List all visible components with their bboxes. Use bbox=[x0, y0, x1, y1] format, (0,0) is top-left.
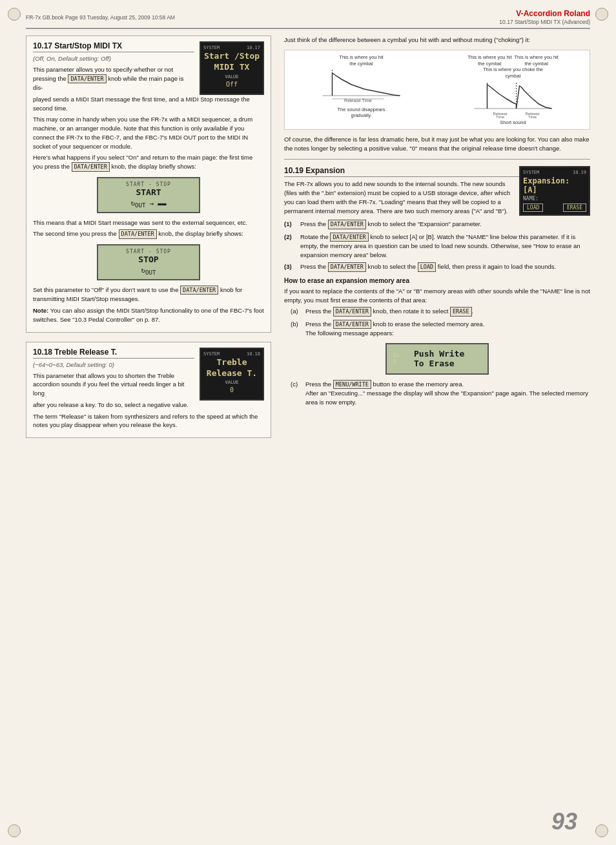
section-1017-text: 10.17 Start/Stop MIDI TX (Off, On, Defau… bbox=[33, 41, 194, 95]
waveform-right-top-right: This is where you hitthe cymbal bbox=[515, 54, 559, 67]
display-1018-line1: Treble bbox=[203, 358, 260, 367]
step-3-text: Press the DATA/ENTER knob to select the … bbox=[300, 262, 556, 271]
expansion-name-row: NAME: bbox=[523, 196, 586, 202]
waveform-left: This is where you hitthe cymbal Release … bbox=[289, 54, 434, 125]
display-1017-line1: Start /Stop bbox=[203, 52, 260, 61]
waveform-left-svg: Release Time bbox=[289, 67, 434, 105]
waveform-right-choke: This is where you choke thecymbal bbox=[440, 67, 586, 79]
erase-step-b-text: Press the DATA/ENTER knob to erase the s… bbox=[305, 320, 484, 338]
display-1017-value: Off bbox=[203, 81, 260, 88]
ss-stop-icon: ↻OUT bbox=[141, 266, 156, 276]
sys-num-1017: 10.17 bbox=[247, 45, 260, 50]
erase-steps-list-2: (c) Press the MENU/WRITE button to erase… bbox=[284, 380, 590, 407]
ss-start-icon: ↻OUT bbox=[130, 199, 145, 209]
sys-label-1017: SYSTEM bbox=[203, 45, 220, 50]
display-1018-line2: Release T. bbox=[203, 369, 260, 378]
right-intro: Just think of the difference between a c… bbox=[284, 36, 590, 45]
waveform-diagram: This is where you hitthe cymbal Release … bbox=[284, 50, 590, 130]
corner-mark-tr bbox=[595, 8, 608, 21]
waveform-left-top-annotation: This is where you hitthe cymbal bbox=[289, 54, 434, 67]
page-footer: 93 bbox=[551, 808, 577, 835]
section-1017-body6: Set this parameter to "Off" if you don't… bbox=[33, 286, 264, 304]
erase-intro: If you want to replace the contents of t… bbox=[284, 287, 590, 305]
svg-text:p: p bbox=[393, 358, 396, 364]
header-brand: V-Accordion Roland 10.17 Start/Stop MIDI… bbox=[499, 9, 590, 25]
section-1017-body5: The second time you press the DATA/ENTER… bbox=[33, 229, 264, 238]
display-1018-value-label: VALUE bbox=[203, 380, 260, 385]
push-write-line2: To Erase bbox=[414, 359, 455, 368]
section-1017-note: Note: You can also assign the MIDI Start… bbox=[33, 306, 264, 324]
corner-mark-tl bbox=[8, 8, 21, 21]
right-after-waveform: Of course, the difference is far less dr… bbox=[284, 135, 590, 153]
ss-start-title: START - STOP bbox=[103, 182, 194, 187]
step-2-num: (2) bbox=[284, 233, 297, 260]
ss-start-bar: ▬▬ bbox=[158, 200, 166, 208]
erase-step-c-text: Press the MENU/WRITE button to erase the… bbox=[305, 380, 590, 407]
section-1018-layout: 10.18 Treble Release T. (−64~0~63, Defau… bbox=[33, 348, 264, 401]
push-write-text: Push Write To Erase bbox=[414, 349, 464, 369]
section-1018-body2: after you release a key. To do so, selec… bbox=[33, 401, 264, 410]
display-start: START - STOP START ↻OUT → ▬▬ bbox=[97, 177, 200, 213]
brand-name: V-Accordion Roland bbox=[516, 9, 590, 18]
section-1018-body3: The term "Release" is taken from synthes… bbox=[33, 412, 264, 430]
step-2-text: Rotate the DATA/ENTER knob to select [A]… bbox=[300, 233, 590, 260]
erase-step-b: (b) Press the DATA/ENTER knob to erase t… bbox=[291, 320, 590, 338]
left-column: 10.17 Start/Stop MIDI TX (Off, On, Defau… bbox=[26, 36, 271, 806]
section-1019-header: SYSTEM 10.19 Expansion: [A] NAME: LOAD E… bbox=[284, 166, 590, 220]
section-1017-body4: This means that a MIDI Start message was… bbox=[33, 218, 264, 227]
section-1017-layout: 10.17 Start/Stop MIDI TX (Off, On, Defau… bbox=[33, 41, 264, 95]
expansion-sys-row: SYSTEM 10.19 bbox=[523, 170, 586, 175]
section-title-header: 10.17 Start/Stop MIDI TX (Advanced) bbox=[499, 19, 590, 25]
expansion-sys-num: 10.19 bbox=[573, 170, 586, 175]
waveform-right-top-left: This is where you hitthe cymbal bbox=[467, 54, 511, 67]
svg-text:Time: Time bbox=[496, 115, 505, 118]
sys-num-1018: 10.18 bbox=[247, 351, 260, 357]
expansion-erase-btn[interactable]: ERASE bbox=[563, 203, 586, 212]
expansion-sys-label: SYSTEM bbox=[523, 170, 539, 175]
section-1017-body3: Here's what happens if you select "On" a… bbox=[33, 153, 264, 171]
section-1017-title: 10.17 Start/Stop MIDI TX bbox=[33, 41, 194, 52]
expansion-load-btn[interactable]: LOAD bbox=[523, 203, 543, 212]
section-1018-title: 10.18 Treble Release T. bbox=[33, 348, 194, 359]
section-1018-subtitle: (−64~0~63, Default setting: 0) bbox=[33, 361, 194, 368]
push-write-line1: Push Write bbox=[414, 349, 464, 359]
expansion-title: Expansion: [A] bbox=[523, 176, 586, 194]
display-1017-line2: MIDI TX bbox=[203, 63, 260, 72]
display-1017: SYSTEM 10.17 Start /Stop MIDI TX VALUE O… bbox=[200, 41, 264, 95]
content-area: 10.17 Start/Stop MIDI TX (Off, On, Defau… bbox=[26, 36, 590, 806]
step-3-num: (3) bbox=[284, 262, 297, 271]
expansion-display: SYSTEM 10.19 Expansion: [A] NAME: LOAD E… bbox=[519, 166, 590, 216]
page-number: 93 bbox=[551, 808, 577, 835]
section-1017-subtitle: (Off, On, Default setting: Off) bbox=[33, 55, 194, 62]
section-1017: 10.17 Start/Stop MIDI TX (Off, On, Defau… bbox=[26, 36, 271, 333]
ss-stop-main: STOP bbox=[103, 255, 194, 264]
section-1017-body2: This may come in handy when you use the … bbox=[33, 115, 264, 151]
waveform-left-label: The sound disappearsgradually. bbox=[289, 107, 434, 118]
display-1017-value-label: VALUE bbox=[203, 74, 260, 79]
ss-start-main: START bbox=[103, 187, 194, 197]
section-1017-body-full1: played sends a MIDI Start message the fi… bbox=[33, 95, 264, 113]
push-write-icon: Ex p bbox=[392, 348, 410, 370]
erase-step-c-num: (c) bbox=[291, 380, 302, 407]
display-1018-value: 0 bbox=[203, 386, 260, 393]
ss-start-arrow: → bbox=[150, 200, 154, 208]
section-1018: 10.18 Treble Release T. (−64~0~63, Defau… bbox=[26, 342, 271, 439]
step-1-num: (1) bbox=[284, 220, 297, 229]
steps-list: (1) Press the DATA/ENTER knob to select … bbox=[284, 220, 590, 271]
waveform-right: This is where you hitthe cymbal This is … bbox=[440, 54, 586, 125]
section-1018-text: 10.18 Treble Release T. (−64~0~63, Defau… bbox=[33, 348, 194, 401]
expansion-buttons: LOAD ERASE bbox=[523, 203, 586, 212]
ss-stop-icons: ↻OUT bbox=[103, 266, 194, 276]
file-info: FR-7x GB.book Page 93 Tuesday, August 25… bbox=[26, 14, 499, 21]
erase-step-a-num: (a) bbox=[291, 307, 302, 316]
display-1018: SYSTEM 10.18 Treble Release T. VALUE 0 bbox=[200, 348, 264, 401]
waveform-right-svg: Release Time Release Time bbox=[440, 79, 586, 118]
divider-1019 bbox=[284, 159, 590, 160]
section-1019: SYSTEM 10.19 Expansion: [A] NAME: LOAD E… bbox=[284, 166, 590, 406]
display-stop: START - STOP STOP ↻OUT bbox=[97, 244, 200, 280]
waveform-row: This is where you hitthe cymbal Release … bbox=[289, 54, 586, 125]
corner-mark-bl bbox=[8, 824, 21, 837]
corner-mark-br bbox=[595, 824, 608, 837]
ss-start-icons: ↻OUT → ▬▬ bbox=[103, 199, 194, 209]
erase-heading: How to erase an expansion memory area bbox=[284, 277, 590, 284]
